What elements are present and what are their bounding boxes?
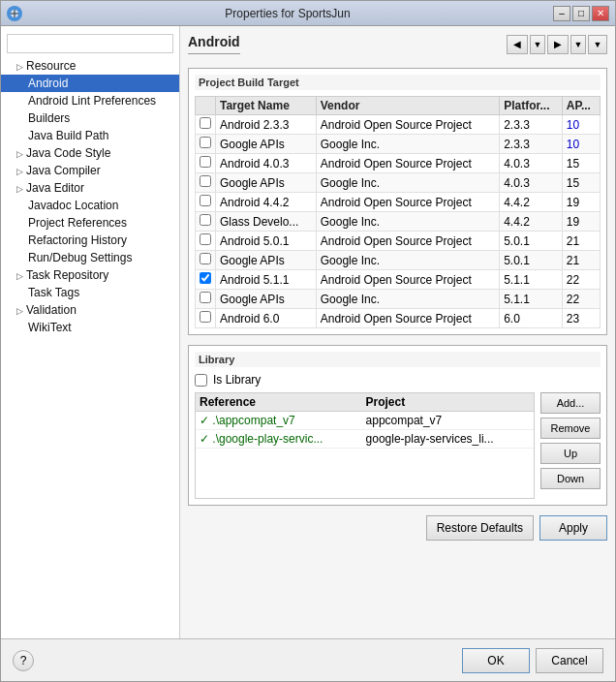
row-target-name: Android 2.3.3 (216, 115, 317, 135)
row-checkbox-cell[interactable] (196, 251, 216, 270)
target-checkbox[interactable] (200, 214, 211, 226)
row-target-name: Google APIs (216, 173, 317, 193)
sidebar-item-task-repository[interactable]: ▷ Task Repository (1, 266, 179, 284)
row-checkbox-cell[interactable] (196, 115, 216, 135)
sidebar-item-java-compiler[interactable]: ▷ Java Compiler (1, 162, 179, 179)
row-platform: 4.0.3 (500, 154, 563, 173)
target-table-body: Android 2.3.3 Android Open Source Projec… (196, 115, 601, 328)
sidebar-item-resource[interactable]: ▷ Resource (1, 57, 179, 75)
expand-arrow: ▷ (16, 149, 26, 159)
expand-arrow: ▷ (16, 62, 26, 72)
sidebar-item-validation[interactable]: ▷ Validation (1, 301, 179, 319)
left-panel: ▷ ResourceAndroidAndroid Lint Preference… (1, 26, 180, 638)
target-checkbox[interactable] (200, 156, 211, 168)
apply-button[interactable]: Apply (539, 515, 607, 541)
row-target-name: Android 4.4.2 (216, 193, 317, 212)
lib-ref: .\google-play-servic... (196, 430, 362, 449)
table-row: Glass Develo... Google Inc. 4.4.2 19 (196, 212, 601, 232)
row-platform: 5.1.1 (500, 270, 563, 290)
ok-button[interactable]: OK (462, 648, 530, 673)
row-vendor: Android Open Source Project (316, 193, 499, 212)
target-checkbox[interactable] (200, 117, 211, 129)
back-dropdown[interactable]: ▼ (530, 35, 545, 54)
row-vendor: Google Inc. (316, 135, 499, 154)
library-table-container: Reference Project .\appcompat_v7 appcomp… (195, 392, 535, 499)
bottom-left: ? (13, 650, 34, 671)
sidebar-item-run-debug-settings[interactable]: Run/Debug Settings (1, 249, 179, 266)
col-api: AP... (562, 97, 600, 115)
row-target-name: Google APIs (216, 290, 317, 309)
is-library-checkbox[interactable] (195, 374, 207, 387)
app-icon (7, 6, 22, 21)
back-button[interactable]: ◀ (507, 35, 528, 54)
remove-button[interactable]: Remove (540, 418, 601, 439)
add-button[interactable]: Add... (540, 392, 601, 414)
row-platform: 5.1.1 (500, 290, 563, 309)
sidebar-item-java-code-style[interactable]: ▷ Java Code Style (1, 144, 179, 162)
target-checkbox[interactable] (200, 311, 211, 323)
search-input[interactable] (7, 34, 173, 53)
forward-dropdown[interactable]: ▼ (570, 35, 586, 54)
sidebar-item-javadoc-location[interactable]: Javadoc Location (1, 197, 179, 214)
row-checkbox-cell[interactable] (196, 309, 216, 328)
cancel-button[interactable]: Cancel (536, 648, 603, 673)
row-checkbox-cell[interactable] (196, 290, 216, 309)
down-button[interactable]: Down (540, 468, 601, 489)
target-checkbox[interactable] (200, 233, 211, 245)
sidebar-item-wikitext[interactable]: WikiText (1, 319, 179, 336)
build-target-table: Target Name Vendor Platfor... AP... Andr… (195, 96, 601, 328)
row-checkbox-cell[interactable] (196, 270, 216, 290)
row-api: 10 (562, 135, 600, 154)
sidebar-item-android[interactable]: Android (1, 75, 179, 92)
row-api: 19 (562, 212, 600, 232)
lib-project: google-play-services_li... (362, 430, 534, 449)
row-vendor: Android Open Source Project (316, 232, 499, 251)
minimize-button[interactable]: – (553, 6, 570, 21)
row-vendor: Android Open Source Project (316, 154, 499, 173)
row-checkbox-cell[interactable] (196, 135, 216, 154)
expand-arrow: ▷ (16, 167, 26, 176)
row-platform: 4.0.3 (500, 173, 563, 193)
target-checkbox[interactable] (200, 137, 211, 148)
sidebar-item-android-lint[interactable]: Android Lint Preferences (1, 92, 179, 109)
forward-button[interactable]: ▶ (547, 35, 569, 54)
sidebar-item-java-editor[interactable]: ▷ Java Editor (1, 179, 179, 197)
build-target-section: Project Build Target Target Name Vendor … (188, 68, 607, 335)
maximize-button[interactable]: □ (572, 6, 590, 21)
row-platform: 4.4.2 (500, 193, 563, 212)
row-platform: 5.0.1 (500, 251, 563, 270)
target-checkbox[interactable] (200, 175, 211, 187)
target-checkbox[interactable] (200, 195, 211, 206)
target-checkbox[interactable] (200, 292, 211, 303)
sidebar-item-builders[interactable]: Builders (1, 109, 179, 127)
row-platform: 6.0 (500, 309, 563, 328)
row-target-name: Android 5.0.1 (216, 232, 317, 251)
row-checkbox-cell[interactable] (196, 193, 216, 212)
row-api: 23 (562, 309, 600, 328)
close-button[interactable]: ✕ (592, 6, 609, 21)
list-item: .\appcompat_v7 appcompat_v7 (196, 412, 534, 430)
row-checkbox-cell[interactable] (196, 173, 216, 193)
sidebar-item-project-references[interactable]: Project References (1, 214, 179, 232)
sidebar-item-refactoring-history[interactable]: Refactoring History (1, 232, 179, 249)
expand-arrow: ▷ (16, 306, 26, 316)
sidebar-item-java-build-path[interactable]: Java Build Path (1, 127, 179, 144)
target-checkbox[interactable] (200, 272, 211, 284)
row-api: 10 (562, 115, 600, 135)
table-row: Android 4.4.2 Android Open Source Projec… (196, 193, 601, 212)
restore-area: Restore Defaults Apply (188, 515, 607, 541)
row-checkbox-cell[interactable] (196, 232, 216, 251)
row-api: 22 (562, 270, 600, 290)
row-checkbox-cell[interactable] (196, 212, 216, 232)
title-controls: – □ ✕ (553, 6, 609, 21)
target-checkbox[interactable] (200, 253, 211, 264)
bottom-right: OK Cancel (462, 648, 603, 673)
row-target-name: Glass Develo... (216, 212, 317, 232)
help-button[interactable]: ? (13, 650, 34, 671)
sidebar-item-task-tags[interactable]: Task Tags (1, 284, 179, 301)
restore-defaults-button[interactable]: Restore Defaults (426, 515, 534, 541)
row-checkbox-cell[interactable] (196, 154, 216, 173)
more-dropdown[interactable]: ▼ (588, 35, 607, 54)
up-button[interactable]: Up (540, 443, 601, 464)
library-label: Library (195, 352, 601, 367)
